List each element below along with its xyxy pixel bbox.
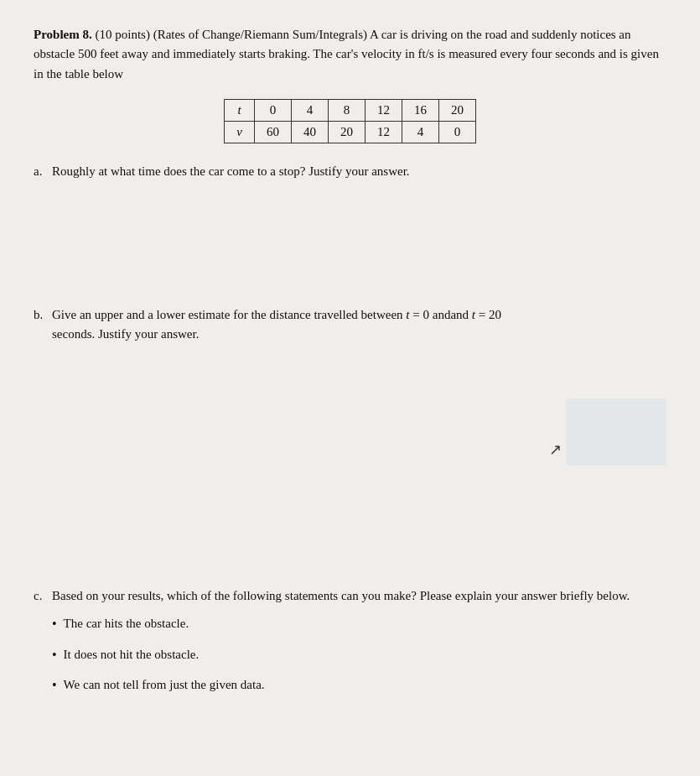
part-c: c. Based on your results, which of the f… — [34, 586, 666, 697]
bullet-item-3: We can not tell from just the given data… — [52, 675, 666, 696]
table-header-20: 20 — [439, 99, 476, 121]
table-row-v: v — [225, 121, 255, 143]
table-header-16: 16 — [402, 99, 439, 121]
part-b-text: Give an upper and a lower estimate for t… — [52, 305, 666, 345]
table-header-t: t — [225, 99, 255, 121]
table-header-8: 8 — [329, 99, 366, 121]
part-b-text-before: Give an upper and a lower estimate for t… — [52, 308, 403, 321]
answer-box-highlight — [566, 398, 666, 466]
bullet-item-2: It does not hit the obstacle. — [52, 645, 666, 666]
part-b: b. Give an upper and a lower estimate fo… — [34, 305, 666, 566]
problem-topic: (Rates of Change/Riemann Sum/Integrals) — [153, 28, 367, 41]
table-cell-v12: 12 — [366, 121, 402, 143]
velocity-table: t 0 4 8 12 16 20 v 60 40 20 12 4 0 — [224, 99, 476, 143]
problem-points: (10 points) — [95, 28, 149, 41]
part-b-and: and — [433, 308, 451, 321]
table-cell-v0: 60 — [255, 121, 292, 143]
table-cell-v4: 40 — [292, 121, 329, 143]
part-a: a. Roughly at what time does the car com… — [34, 162, 666, 285]
part-a-text: Roughly at what time does the car come t… — [52, 162, 666, 181]
part-c-letter: c. — [34, 586, 52, 606]
part-b-letter: b. — [34, 305, 52, 325]
bullet-item-1-text: The car hits the obstacle. — [64, 614, 189, 633]
part-b-label: b. Give an upper and a lower estimate fo… — [34, 305, 666, 345]
table-cell-v20: 0 — [439, 121, 476, 143]
bullet-item-1: The car hits the obstacle. — [52, 614, 666, 635]
problem-statement: Problem 8. (10 points) (Rates of Change/… — [34, 25, 666, 84]
table-header-4: 4 — [292, 99, 329, 121]
cursor-arrow-icon: ↗ — [549, 440, 562, 459]
part-a-label: a. Roughly at what time does the car com… — [34, 162, 666, 181]
table-cell-v16: 4 — [402, 121, 439, 143]
part-b-eq20: = 20 — [475, 308, 501, 321]
part-a-answer-area — [52, 185, 666, 285]
bullet-item-2-text: It does not hit the obstacle. — [64, 645, 200, 664]
bullet-list: The car hits the obstacle. It does not h… — [52, 614, 666, 696]
part-c-text: Based on your results, which of the foll… — [52, 586, 666, 606]
problem-number: Problem 8. — [34, 28, 92, 41]
velocity-table-container: t 0 4 8 12 16 20 v 60 40 20 12 4 0 — [34, 99, 666, 143]
table-header-0: 0 — [255, 99, 292, 121]
part-c-label: c. Based on your results, which of the f… — [34, 586, 666, 606]
part-b-text2: seconds. Justify your answer. — [52, 327, 199, 341]
part-a-letter: a. — [34, 162, 52, 181]
part-b-eq0: = 0 — [410, 308, 429, 321]
table-header-12: 12 — [366, 99, 402, 121]
table-cell-v8: 20 — [329, 121, 366, 143]
bullet-item-3-text: We can not tell from just the given data… — [64, 675, 265, 695]
part-b-answer-area: ↗ — [52, 348, 666, 566]
